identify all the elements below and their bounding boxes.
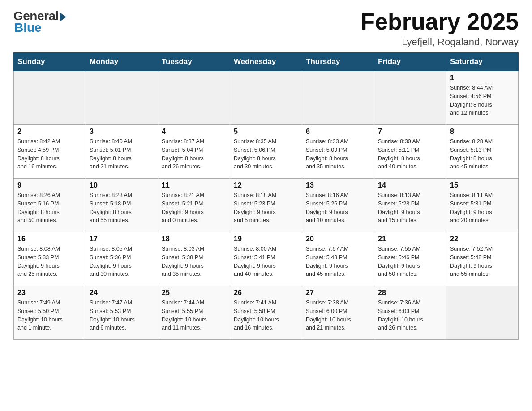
calendar-cell [14, 71, 86, 125]
day-info: Sunrise: 7:52 AM Sunset: 5:48 PM Dayligh… [450, 245, 515, 278]
calendar-cell: 3Sunrise: 8:40 AM Sunset: 5:01 PM Daylig… [86, 125, 158, 179]
day-info: Sunrise: 8:13 AM Sunset: 5:28 PM Dayligh… [378, 191, 442, 225]
day-info: Sunrise: 7:41 AM Sunset: 5:58 PM Dayligh… [234, 299, 298, 332]
day-info: Sunrise: 8:23 AM Sunset: 5:18 PM Dayligh… [90, 191, 154, 225]
calendar-cell: 20Sunrise: 7:57 AM Sunset: 5:43 PM Dayli… [302, 232, 374, 286]
title-area: February 2025 Lyefjell, Rogaland, Norway [360, 9, 519, 48]
day-info: Sunrise: 8:40 AM Sunset: 5:01 PM Dayligh… [90, 137, 154, 171]
day-info: Sunrise: 8:26 AM Sunset: 5:16 PM Dayligh… [17, 191, 82, 225]
weekday-header-sunday: Sunday [14, 53, 86, 71]
calendar-cell: 28Sunrise: 7:36 AM Sunset: 6:03 PM Dayli… [374, 286, 446, 340]
day-number: 8 [450, 128, 515, 136]
day-number: 18 [162, 235, 226, 243]
day-info: Sunrise: 7:36 AM Sunset: 6:03 PM Dayligh… [378, 299, 442, 332]
day-number: 5 [234, 128, 298, 136]
day-number: 7 [378, 128, 442, 136]
weekday-header-saturday: Saturday [446, 53, 519, 71]
day-number: 6 [306, 128, 370, 136]
day-number: 19 [234, 235, 298, 243]
calendar-cell [446, 286, 519, 340]
day-number: 3 [90, 128, 154, 136]
day-info: Sunrise: 8:18 AM Sunset: 5:23 PM Dayligh… [234, 191, 298, 225]
calendar-cell: 4Sunrise: 8:37 AM Sunset: 5:04 PM Daylig… [158, 125, 230, 179]
logo-arrow-icon [60, 13, 66, 21]
calendar-cell: 11Sunrise: 8:21 AM Sunset: 5:21 PM Dayli… [158, 179, 230, 232]
calendar-cell [302, 71, 374, 125]
day-number: 13 [306, 181, 370, 189]
day-info: Sunrise: 8:33 AM Sunset: 5:09 PM Dayligh… [306, 137, 370, 171]
calendar-week-3: 9Sunrise: 8:26 AM Sunset: 5:16 PM Daylig… [14, 179, 519, 232]
month-title: February 2025 [360, 9, 519, 34]
calendar-cell [86, 71, 158, 125]
calendar-cell: 24Sunrise: 7:47 AM Sunset: 5:53 PM Dayli… [86, 286, 158, 340]
calendar-cell: 1Sunrise: 8:44 AM Sunset: 4:56 PM Daylig… [446, 71, 519, 125]
calendar-cell: 5Sunrise: 8:35 AM Sunset: 5:06 PM Daylig… [230, 125, 302, 179]
calendar-cell: 7Sunrise: 8:30 AM Sunset: 5:11 PM Daylig… [374, 125, 446, 179]
day-number: 12 [234, 181, 298, 189]
calendar-cell: 15Sunrise: 8:11 AM Sunset: 5:31 PM Dayli… [446, 179, 519, 232]
calendar-week-2: 2Sunrise: 8:42 AM Sunset: 4:59 PM Daylig… [14, 125, 519, 179]
calendar-week-4: 16Sunrise: 8:08 AM Sunset: 5:33 PM Dayli… [14, 232, 519, 286]
day-info: Sunrise: 7:55 AM Sunset: 5:46 PM Dayligh… [378, 245, 442, 278]
calendar-cell [158, 71, 230, 125]
calendar-cell: 13Sunrise: 8:16 AM Sunset: 5:26 PM Dayli… [302, 179, 374, 232]
calendar-cell: 25Sunrise: 7:44 AM Sunset: 5:55 PM Dayli… [158, 286, 230, 340]
weekday-header-tuesday: Tuesday [158, 53, 230, 71]
day-info: Sunrise: 8:44 AM Sunset: 4:56 PM Dayligh… [450, 84, 515, 117]
calendar-cell [230, 71, 302, 125]
day-number: 16 [17, 235, 82, 243]
weekday-header-friday: Friday [374, 53, 446, 71]
calendar-week-1: 1Sunrise: 8:44 AM Sunset: 4:56 PM Daylig… [14, 71, 519, 125]
calendar-cell: 19Sunrise: 8:00 AM Sunset: 5:41 PM Dayli… [230, 232, 302, 286]
day-number: 23 [17, 289, 82, 297]
weekday-header-row: SundayMondayTuesdayWednesdayThursdayFrid… [14, 53, 519, 71]
calendar-week-5: 23Sunrise: 7:49 AM Sunset: 5:50 PM Dayli… [14, 286, 519, 340]
day-info: Sunrise: 8:35 AM Sunset: 5:06 PM Dayligh… [234, 137, 298, 171]
day-number: 4 [162, 128, 226, 136]
calendar-table: SundayMondayTuesdayWednesdayThursdayFrid… [13, 52, 519, 340]
calendar-cell: 17Sunrise: 8:05 AM Sunset: 5:36 PM Dayli… [86, 232, 158, 286]
day-info: Sunrise: 8:42 AM Sunset: 4:59 PM Dayligh… [17, 137, 82, 171]
day-number: 27 [306, 289, 370, 297]
calendar-cell: 27Sunrise: 7:38 AM Sunset: 6:00 PM Dayli… [302, 286, 374, 340]
day-info: Sunrise: 7:57 AM Sunset: 5:43 PM Dayligh… [306, 245, 370, 278]
calendar-cell: 18Sunrise: 8:03 AM Sunset: 5:38 PM Dayli… [158, 232, 230, 286]
calendar-cell: 22Sunrise: 7:52 AM Sunset: 5:48 PM Dayli… [446, 232, 519, 286]
weekday-header-thursday: Thursday [302, 53, 374, 71]
calendar-cell: 21Sunrise: 7:55 AM Sunset: 5:46 PM Dayli… [374, 232, 446, 286]
calendar-cell: 16Sunrise: 8:08 AM Sunset: 5:33 PM Dayli… [14, 232, 86, 286]
logo-blue-text: Blue [14, 21, 42, 35]
day-info: Sunrise: 8:00 AM Sunset: 5:41 PM Dayligh… [234, 245, 298, 278]
day-info: Sunrise: 7:44 AM Sunset: 5:55 PM Dayligh… [162, 299, 226, 332]
logo: General Blue [13, 9, 66, 35]
day-number: 14 [378, 181, 442, 189]
weekday-header-monday: Monday [86, 53, 158, 71]
day-info: Sunrise: 8:37 AM Sunset: 5:04 PM Dayligh… [162, 137, 226, 171]
page-header: General Blue February 2025 Lyefjell, Rog… [13, 9, 519, 48]
day-number: 25 [162, 289, 226, 297]
day-info: Sunrise: 8:11 AM Sunset: 5:31 PM Dayligh… [450, 191, 515, 225]
calendar-cell: 14Sunrise: 8:13 AM Sunset: 5:28 PM Dayli… [374, 179, 446, 232]
day-info: Sunrise: 8:03 AM Sunset: 5:38 PM Dayligh… [162, 245, 226, 278]
day-number: 21 [378, 235, 442, 243]
calendar-cell: 23Sunrise: 7:49 AM Sunset: 5:50 PM Dayli… [14, 286, 86, 340]
day-info: Sunrise: 7:47 AM Sunset: 5:53 PM Dayligh… [90, 299, 154, 332]
calendar-cell: 26Sunrise: 7:41 AM Sunset: 5:58 PM Dayli… [230, 286, 302, 340]
day-info: Sunrise: 8:08 AM Sunset: 5:33 PM Dayligh… [17, 245, 82, 278]
day-info: Sunrise: 8:21 AM Sunset: 5:21 PM Dayligh… [162, 191, 226, 225]
day-number: 24 [90, 289, 154, 297]
day-info: Sunrise: 8:30 AM Sunset: 5:11 PM Dayligh… [378, 137, 442, 171]
day-number: 2 [17, 128, 82, 136]
day-number: 1 [450, 74, 515, 82]
calendar-cell: 12Sunrise: 8:18 AM Sunset: 5:23 PM Dayli… [230, 179, 302, 232]
day-number: 15 [450, 181, 515, 189]
calendar-cell [374, 71, 446, 125]
calendar-cell: 6Sunrise: 8:33 AM Sunset: 5:09 PM Daylig… [302, 125, 374, 179]
day-number: 20 [306, 235, 370, 243]
day-number: 28 [378, 289, 442, 297]
weekday-header-wednesday: Wednesday [230, 53, 302, 71]
day-number: 10 [90, 181, 154, 189]
day-info: Sunrise: 8:16 AM Sunset: 5:26 PM Dayligh… [306, 191, 370, 225]
day-number: 26 [234, 289, 298, 297]
calendar-cell: 2Sunrise: 8:42 AM Sunset: 4:59 PM Daylig… [14, 125, 86, 179]
